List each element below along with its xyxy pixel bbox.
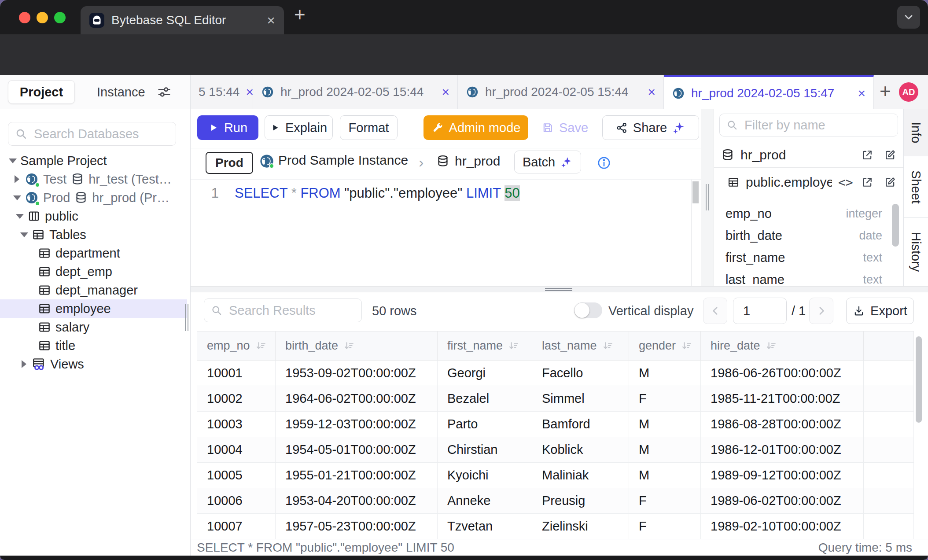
table-cell[interactable]: 1985-11-21T00:00:00Z: [701, 386, 864, 411]
traffic-light-zoom[interactable]: [54, 12, 66, 23]
table-cell[interactable]: M: [629, 361, 701, 386]
table-cell[interactable]: 1989-02-10T00:00:00Z: [701, 514, 864, 539]
table-cell[interactable]: M: [629, 463, 701, 488]
schema-scrollbar[interactable]: [892, 204, 899, 247]
table-cell[interactable]: Koblick: [532, 437, 629, 462]
database-search-input[interactable]: [33, 126, 169, 142]
instance-crumb[interactable]: Prod Sample Instance: [259, 153, 408, 168]
close-icon[interactable]: ×: [442, 85, 449, 99]
tree-item-table-department[interactable]: department: [0, 244, 191, 262]
sort-icon[interactable]: [766, 340, 777, 352]
table-cell[interactable]: Maliniak: [532, 463, 629, 488]
table-row[interactable]: 100021964-06-02T00:00:00ZBezalelSimmelF1…: [197, 386, 914, 412]
info-circle-icon[interactable]: [597, 155, 611, 170]
export-button[interactable]: Export: [846, 298, 914, 324]
table-row[interactable]: 100041954-05-01T00:00:00ZChirstianKoblic…: [197, 437, 914, 463]
tree-item-tables[interactable]: Tables: [0, 225, 191, 244]
table-cell[interactable]: Chirstian: [438, 437, 532, 462]
results-search-input[interactable]: [228, 303, 355, 318]
table-cell[interactable]: 1959-12-03T00:00:00Z: [276, 412, 438, 437]
column-header[interactable]: first_name: [438, 332, 532, 360]
column-row[interactable]: emp_nointeger: [714, 203, 890, 225]
table-cell[interactable]: F: [629, 386, 701, 411]
tree-item-table-employee[interactable]: employee: [0, 299, 187, 318]
results-scrollbar[interactable]: [916, 336, 922, 423]
table-row[interactable]: 100011953-09-02T00:00:00ZGeorgiFacelloM1…: [197, 361, 914, 386]
close-icon[interactable]: ×: [246, 85, 253, 99]
share-button[interactable]: Share: [602, 115, 699, 140]
column-header[interactable]: gender: [629, 332, 701, 360]
schema-filter-input[interactable]: [744, 118, 891, 133]
page-number-input[interactable]: [733, 298, 787, 324]
column-row[interactable]: last_nametext: [714, 269, 890, 286]
results-resize-handle[interactable]: [191, 286, 928, 292]
tree-item-table-title[interactable]: title: [0, 336, 191, 355]
sort-icon[interactable]: [602, 340, 614, 352]
new-tab-button[interactable]: +: [294, 4, 306, 26]
table-cell[interactable]: 1986-06-26T00:00:00Z: [701, 361, 864, 386]
side-tab-info[interactable]: Info: [904, 109, 928, 156]
sort-icon[interactable]: [508, 340, 519, 352]
editor-tab-1[interactable]: 5 15:44 ×: [191, 75, 253, 109]
table-cell[interactable]: Georgi: [438, 361, 532, 386]
table-cell[interactable]: M: [629, 437, 701, 462]
admin-mode-button[interactable]: Admin mode: [423, 115, 528, 140]
column-row[interactable]: first_nametext: [714, 247, 890, 269]
column-header[interactable]: birth_date: [276, 332, 438, 360]
schema-table-row[interactable]: public.employee <>: [714, 168, 903, 197]
table-cell[interactable]: 10001: [197, 361, 276, 386]
table-row[interactable]: 100031959-12-03T00:00:00ZPartoBamfordM19…: [197, 412, 914, 437]
tree-item-prod-instance[interactable]: Prod hr_prod (Pr…: [0, 188, 191, 207]
sort-icon[interactable]: [255, 340, 267, 352]
schema-db-row[interactable]: hr_prod: [714, 142, 903, 168]
explain-button[interactable]: Explain: [265, 115, 333, 140]
batch-button[interactable]: Batch: [514, 151, 581, 173]
save-button[interactable]: Save: [541, 115, 589, 140]
table-cell[interactable]: Kyoichi: [438, 463, 532, 488]
database-search[interactable]: [8, 122, 176, 146]
side-tab-sheet[interactable]: Sheet: [904, 156, 928, 218]
table-row[interactable]: 100061953-04-20T00:00:00ZAnnekePreusigF1…: [197, 488, 914, 514]
new-editor-tab-button[interactable]: +: [880, 80, 891, 102]
column-header[interactable]: hire_date: [701, 332, 864, 360]
table-cell[interactable]: Simmel: [532, 386, 629, 411]
caret-right-icon[interactable]: [13, 175, 20, 183]
table-cell[interactable]: Parto: [438, 412, 532, 437]
close-icon[interactable]: ×: [858, 87, 865, 100]
caret-down-icon[interactable]: [20, 232, 27, 237]
close-icon[interactable]: ×: [648, 85, 655, 99]
tree-item-views[interactable]: Views: [0, 355, 191, 373]
side-tab-history[interactable]: History: [904, 218, 928, 286]
table-cell[interactable]: 1964-06-02T00:00:00Z: [276, 386, 438, 411]
caret-down-icon[interactable]: [16, 214, 23, 219]
table-cell[interactable]: 1989-09-12T00:00:00Z: [701, 463, 864, 488]
column-header[interactable]: last_name: [532, 332, 629, 360]
table-cell[interactable]: 10004: [197, 437, 276, 462]
table-row[interactable]: 100071957-05-23T00:00:00ZTzvetanZielinsk…: [197, 514, 914, 539]
traffic-light-close[interactable]: [19, 12, 30, 23]
table-cell[interactable]: 1957-05-23T00:00:00Z: [276, 514, 438, 539]
column-row[interactable]: birth_datedate: [714, 225, 890, 247]
table-cell[interactable]: 1986-08-28T00:00:00Z: [701, 412, 864, 437]
table-cell[interactable]: 10006: [197, 488, 276, 513]
table-cell[interactable]: M: [629, 412, 701, 437]
sql-editor[interactable]: 1 SELECT * FROM "public"."employee" LIMI…: [191, 180, 701, 286]
edit-icon[interactable]: [884, 176, 896, 188]
format-button[interactable]: Format: [340, 115, 398, 140]
results-search[interactable]: [204, 298, 362, 322]
table-cell[interactable]: 1986-12-01T00:00:00Z: [701, 437, 864, 462]
database-crumb[interactable]: hr_prod: [436, 154, 500, 169]
table-cell[interactable]: 10005: [197, 463, 276, 488]
table-cell[interactable]: Tzvetan: [438, 514, 532, 539]
editor-tab-4-active[interactable]: hr_prod 2024-02-05 15:47 ×: [664, 75, 874, 109]
tree-item-schema-public[interactable]: public: [0, 207, 191, 225]
table-cell[interactable]: Preusig: [532, 488, 629, 513]
next-page-button[interactable]: [809, 298, 833, 324]
tab-project[interactable]: Project: [8, 80, 75, 104]
sort-icon[interactable]: [681, 340, 692, 352]
panel-resize-handle[interactable]: [701, 109, 714, 286]
tab-search-button[interactable]: [897, 6, 920, 29]
editor-scrollbar[interactable]: [692, 181, 699, 203]
editor-tab-3[interactable]: hr_prod 2024-02-05 15:44 ×: [458, 75, 664, 109]
caret-down-icon[interactable]: [13, 195, 20, 200]
